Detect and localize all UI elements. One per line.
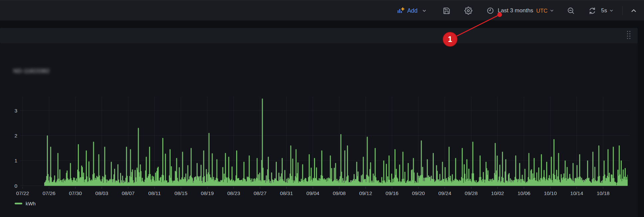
dashboard-toolbar: Add bbox=[0, 0, 644, 21]
x-axis-tick-label: 09/04 bbox=[306, 190, 319, 196]
y-axis-tick-label: 0 bbox=[14, 183, 17, 189]
toolbar-actions: Add bbox=[397, 0, 644, 21]
x-axis-tick-label: 10/10 bbox=[544, 190, 557, 196]
save-dashboard-button[interactable] bbox=[443, 7, 450, 15]
x-axis-tick-label: 10/02 bbox=[491, 190, 504, 196]
x-axis-tick-label: 08/03 bbox=[95, 190, 108, 196]
x-axis-tick-label: 09/20 bbox=[412, 190, 425, 196]
x-axis-tick-label: 07/26 bbox=[43, 190, 56, 196]
time-series-chart[interactable]: 012307/2207/2607/3008/0308/0708/1108/150… bbox=[0, 43, 638, 217]
legend-series-swatch bbox=[15, 203, 22, 204]
x-axis-tick-label: 09/08 bbox=[333, 190, 346, 196]
x-axis-tick-label: 08/15 bbox=[175, 190, 188, 196]
x-axis-tick-label: 09/16 bbox=[386, 190, 399, 196]
gear-icon bbox=[464, 7, 472, 15]
zoom-out-icon bbox=[567, 7, 575, 15]
timezone-label: UTC bbox=[536, 8, 548, 14]
x-axis-tick-label: 07/30 bbox=[69, 190, 82, 196]
legend-item-kwh[interactable]: kWh bbox=[15, 201, 36, 206]
x-axis-tick-label: 09/24 bbox=[438, 190, 451, 196]
y-axis-tick-label: 1 bbox=[14, 158, 17, 163]
time-range-picker[interactable]: Last 3 months UTC bbox=[486, 7, 554, 15]
timeseries-panel: ND-11823382 012307/2207/2607/3008/0308/0… bbox=[0, 43, 638, 217]
clock-icon bbox=[486, 7, 494, 15]
x-axis-tick-label: 10/06 bbox=[518, 190, 531, 196]
add-panel-button[interactable]: Add bbox=[397, 7, 427, 15]
refresh-dashboard-button[interactable] bbox=[588, 7, 596, 15]
toolbar-divider bbox=[622, 6, 623, 15]
x-axis-tick-label: 10/18 bbox=[597, 190, 610, 196]
y-axis-tick-label: 2 bbox=[14, 133, 17, 138]
save-icon bbox=[443, 7, 450, 15]
add-panel-label: Add bbox=[407, 7, 417, 14]
chevron-down-icon bbox=[422, 8, 427, 13]
refresh-icon bbox=[588, 7, 596, 15]
refresh-interval-label: 5s bbox=[601, 7, 607, 14]
collapse-toolbar-button[interactable] bbox=[630, 7, 637, 14]
page-background-gap bbox=[0, 21, 644, 28]
x-axis-tick-label: 10/14 bbox=[570, 190, 583, 196]
zoom-out-time-button[interactable] bbox=[567, 7, 575, 15]
bar-chart-plus-icon bbox=[397, 7, 404, 15]
x-axis-tick-label: 08/27 bbox=[253, 190, 266, 196]
panel-header-row bbox=[0, 28, 638, 43]
panel-drag-handle-icon[interactable] bbox=[627, 31, 630, 39]
kwh-area-series bbox=[44, 99, 627, 186]
x-axis-tick-label: 09/28 bbox=[465, 190, 478, 196]
legend-series-label: kWh bbox=[26, 201, 36, 206]
dashboard-settings-button[interactable] bbox=[464, 7, 472, 15]
x-axis-tick-label: 08/11 bbox=[148, 190, 161, 196]
x-axis-tick-label: 08/19 bbox=[201, 190, 214, 196]
chevron-up-icon bbox=[630, 7, 637, 14]
refresh-interval-dropdown[interactable]: 5s bbox=[601, 7, 614, 14]
chevron-down-icon bbox=[609, 8, 614, 13]
x-axis-tick-label: 08/31 bbox=[280, 190, 293, 196]
time-range-label: Last 3 months bbox=[498, 7, 533, 14]
x-axis-tick-label: 08/07 bbox=[122, 190, 135, 196]
chevron-down-icon bbox=[550, 8, 554, 13]
grafana-dashboard: Add bbox=[0, 0, 644, 217]
x-axis-tick-label: 08/23 bbox=[227, 190, 240, 196]
x-axis-tick-label: 07/22 bbox=[16, 190, 29, 196]
y-axis-tick-label: 3 bbox=[14, 108, 17, 113]
x-axis-tick-label: 09/12 bbox=[359, 190, 372, 196]
